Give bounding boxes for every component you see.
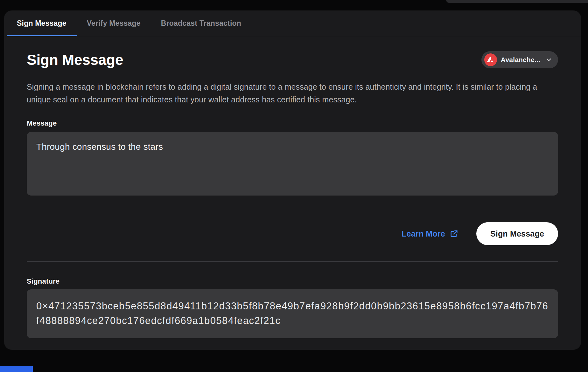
active-tab-underline [7,35,77,36]
avalanche-logo-icon [484,53,497,66]
tab-bar: Sign Message Verify Message Broadcast Tr… [4,10,581,36]
sign-message-button[interactable]: Sign Message [476,222,558,245]
panel-content: Sign Message Avalanche... [4,36,581,338]
message-label: Message [27,119,558,127]
page-title: Sign Message [27,51,123,69]
message-input[interactable]: Through consensus to the stars [27,132,558,196]
description-text: Signing a message in blockchain refers t… [27,80,545,106]
tab-sign-message-label: Sign Message [17,19,66,28]
tab-verify-message[interactable]: Verify Message [77,10,151,36]
learn-more-label: Learn More [402,229,445,238]
divider [27,261,558,262]
actions-row: Learn More Sign Message [27,222,558,245]
signature-label: Signature [27,277,558,286]
background-taskbar-fragment [0,366,33,372]
sign-message-panel: Sign Message Verify Message Broadcast Tr… [4,10,581,350]
header-row: Sign Message Avalanche... [27,51,558,69]
network-selector-label: Avalanche... [501,56,540,64]
external-link-icon [450,229,458,238]
tab-verify-message-label: Verify Message [87,19,141,28]
desktop-background: Sign Message Verify Message Broadcast Tr… [0,0,588,372]
chevron-down-icon [545,56,552,63]
signature-output: 0×471235573bceb5e855d8d49411b12d33b5f8b7… [27,289,558,338]
tab-broadcast-transaction-label: Broadcast Transaction [161,19,241,28]
network-selector[interactable]: Avalanche... [481,51,558,68]
background-window-edge [446,0,588,3]
tab-broadcast-transaction[interactable]: Broadcast Transaction [151,10,251,36]
tab-sign-message[interactable]: Sign Message [7,10,77,36]
learn-more-link[interactable]: Learn More [402,229,458,238]
